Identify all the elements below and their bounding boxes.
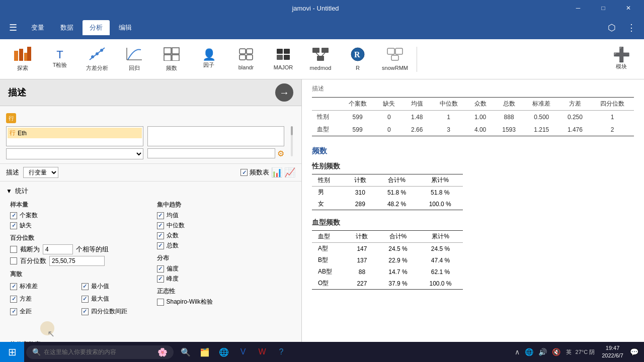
percentile-checkbox[interactable] bbox=[10, 257, 17, 264]
maximize-button[interactable]: □ bbox=[592, 0, 615, 16]
filter-icon[interactable]: ⚙ bbox=[277, 149, 284, 158]
tool-snowrmm[interactable]: snowRMM bbox=[377, 42, 413, 77]
panel-title: 描述 bbox=[8, 86, 26, 99]
tool-blandr[interactable]: blandr bbox=[228, 42, 264, 77]
cases-checkbox[interactable] bbox=[10, 212, 17, 219]
tool-frequency[interactable]: 频数 bbox=[154, 42, 189, 77]
check-mode: 众数 bbox=[157, 231, 296, 240]
total-checkbox[interactable] bbox=[157, 242, 164, 249]
tool-ttest[interactable]: T T检验 bbox=[42, 42, 77, 77]
gh-count: 计数 bbox=[344, 174, 376, 187]
check-iqr: 四分位数间距 bbox=[82, 307, 149, 316]
shapiro-checkbox[interactable] bbox=[157, 299, 164, 306]
kurt-checkbox[interactable] bbox=[157, 276, 164, 283]
search-input[interactable] bbox=[44, 348, 154, 355]
g-female-name: 女 bbox=[312, 198, 344, 210]
svg-rect-12 bbox=[164, 55, 171, 61]
tool-regression[interactable]: 回归 bbox=[117, 42, 152, 77]
max-checkbox[interactable] bbox=[82, 296, 89, 303]
menu-analysis[interactable]: 分析 bbox=[83, 20, 110, 35]
cutoff-input[interactable] bbox=[43, 244, 73, 254]
svg-point-7 bbox=[100, 49, 103, 52]
menu-edit[interactable]: 编辑 bbox=[112, 20, 139, 35]
tool-module[interactable]: ➕ 模块 bbox=[604, 42, 639, 77]
task-store-icon[interactable]: 🗂️ bbox=[197, 342, 213, 362]
min-label: 最小值 bbox=[91, 282, 109, 291]
close-button[interactable]: ✕ bbox=[617, 0, 640, 16]
skew-checkbox[interactable] bbox=[157, 265, 164, 273]
percentile-input[interactable] bbox=[49, 256, 105, 266]
svg-rect-30 bbox=[395, 48, 403, 54]
check-skew: 偏度 bbox=[157, 264, 296, 273]
start-button[interactable]: ⊞ bbox=[0, 342, 24, 362]
taskbar-search[interactable]: 🔍 🌸 bbox=[26, 345, 174, 359]
line-chart-icon[interactable]: 📈 bbox=[284, 167, 295, 178]
tray-expand-icon[interactable]: ∧ bbox=[513, 347, 521, 357]
tool-major[interactable]: MAJOR bbox=[266, 42, 301, 77]
tool-medmod[interactable]: medmod bbox=[303, 42, 338, 77]
variable-item[interactable]: 行 Eth bbox=[8, 128, 142, 138]
mean-checkbox[interactable] bbox=[157, 212, 164, 219]
menu-data[interactable]: 数据 bbox=[53, 20, 80, 35]
stats-group-header[interactable]: ▼ 统计 bbox=[6, 185, 295, 198]
explore-icon bbox=[14, 47, 31, 63]
filter-input[interactable] bbox=[147, 148, 276, 158]
notification-icon[interactable]: 💬 bbox=[628, 347, 640, 357]
menu-variables[interactable]: 变量 bbox=[24, 20, 51, 35]
iqr-checkbox[interactable] bbox=[82, 308, 89, 315]
tool-factor[interactable]: 👤 因子 bbox=[191, 42, 226, 77]
clock-display[interactable]: 19:47 2022/6/7 bbox=[599, 344, 626, 360]
bar-chart-icon[interactable]: 📊 bbox=[271, 167, 282, 178]
missing-checkbox[interactable] bbox=[10, 222, 17, 229]
tool-anova[interactable]: 方差分析 bbox=[79, 42, 115, 77]
snowrmm-label: snowRMM bbox=[382, 65, 408, 71]
more-icon[interactable]: ⋮ bbox=[623, 20, 640, 35]
b-a-count: 147 bbox=[346, 243, 378, 255]
g-male-count: 310 bbox=[344, 187, 376, 199]
panel-arrow-button[interactable]: → bbox=[275, 83, 293, 102]
describe-select[interactable]: 行变量 bbox=[23, 167, 58, 178]
volume-icon[interactable]: 🔊 bbox=[537, 347, 548, 357]
speaker-icon[interactable]: 🔇 bbox=[550, 347, 562, 357]
row-gender-missing: 0 bbox=[375, 111, 403, 124]
task-chrome-icon[interactable]: 🌐 bbox=[216, 342, 232, 362]
network-icon[interactable]: 🌐 bbox=[523, 347, 535, 357]
task-v-icon[interactable]: V bbox=[235, 342, 251, 362]
cutoff-checkbox[interactable] bbox=[10, 246, 17, 253]
minimize-button[interactable]: ─ bbox=[567, 0, 590, 16]
freq-table-checkbox[interactable] bbox=[240, 169, 248, 176]
var-checkbox[interactable] bbox=[10, 296, 17, 303]
mode-checkbox[interactable] bbox=[157, 232, 164, 239]
sd-checkbox[interactable] bbox=[10, 283, 17, 290]
task-help-icon[interactable]: ? bbox=[273, 342, 289, 362]
layout-icon[interactable]: ⬡ bbox=[604, 20, 620, 35]
iqr-label: 四分位数间距 bbox=[91, 307, 127, 316]
median-checkbox[interactable] bbox=[157, 222, 164, 229]
central-title: 集中趋势 bbox=[157, 201, 296, 209]
left-panel: 描述 → 行 行 Eth bbox=[0, 79, 302, 342]
tool-r[interactable]: R R bbox=[340, 42, 375, 77]
title-bar: jamovi - Untitled ─ □ ✕ bbox=[0, 0, 644, 16]
b-o-pct: 37.9 % bbox=[378, 278, 418, 290]
r-icon: R bbox=[349, 47, 366, 64]
min-checkbox[interactable] bbox=[82, 283, 89, 290]
skew-label: 偏度 bbox=[167, 264, 179, 273]
svg-rect-1 bbox=[19, 49, 23, 61]
variable-select[interactable] bbox=[6, 148, 143, 159]
stats-arrow-icon: ▼ bbox=[6, 188, 12, 195]
range-checkbox[interactable] bbox=[10, 308, 17, 315]
table-row: AB型 88 14.7 % 62.1 % bbox=[312, 266, 463, 278]
svg-rect-15 bbox=[247, 49, 253, 54]
anova-label: 方差分析 bbox=[86, 64, 108, 72]
b-o-cum: 100.0 % bbox=[418, 278, 463, 290]
frequency-label: 频数 bbox=[166, 64, 177, 72]
left-panel-scroll[interactable]: 行 行 Eth bbox=[0, 106, 301, 342]
b-o-count: 227 bbox=[346, 278, 378, 290]
hamburger-menu[interactable]: ☰ bbox=[4, 19, 22, 36]
tool-explore[interactable]: 探索 bbox=[5, 42, 40, 77]
freq-title: 频数 bbox=[312, 146, 634, 156]
factor-icon: 👤 bbox=[202, 49, 216, 60]
task-search-icon[interactable]: 🔍 bbox=[178, 342, 194, 362]
task-wps-icon[interactable]: W bbox=[254, 342, 270, 362]
b-ab-count: 88 bbox=[346, 266, 378, 278]
